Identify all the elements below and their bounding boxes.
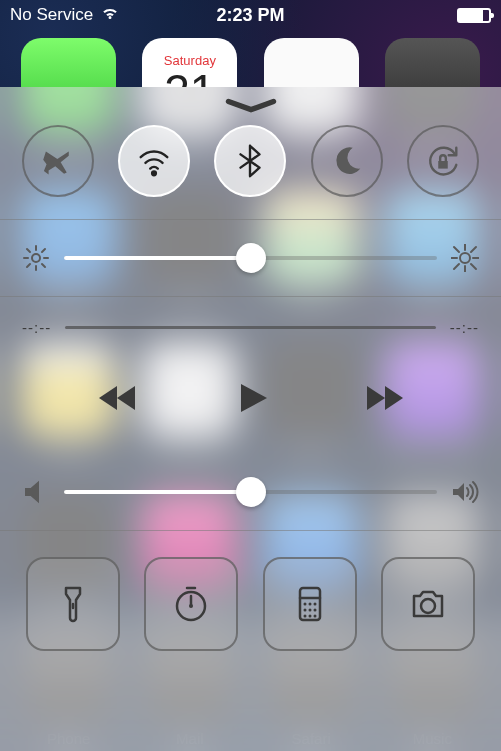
volume-slider[interactable] — [0, 454, 501, 530]
svg-marker-21 — [241, 384, 267, 412]
svg-point-37 — [303, 615, 306, 618]
grabber-icon[interactable] — [222, 97, 280, 115]
brightness-high-icon — [451, 244, 479, 272]
svg-line-18 — [471, 247, 476, 252]
flashlight-button[interactable] — [26, 557, 120, 651]
svg-line-6 — [27, 249, 30, 252]
svg-point-32 — [308, 603, 311, 606]
svg-line-7 — [42, 264, 45, 267]
elapsed-time: --:-- — [22, 319, 51, 336]
svg-marker-20 — [99, 386, 117, 410]
next-track-button[interactable] — [363, 376, 407, 420]
svg-point-1 — [32, 254, 40, 262]
svg-point-40 — [421, 599, 435, 613]
svg-line-17 — [454, 264, 459, 269]
svg-point-35 — [308, 609, 311, 612]
battery-icon — [457, 8, 491, 23]
airplane-mode-toggle[interactable] — [22, 125, 94, 197]
brightness-slider[interactable] — [0, 220, 501, 296]
playback-scrubber[interactable]: --:-- --:-- — [0, 297, 501, 342]
timer-button[interactable] — [144, 557, 238, 651]
svg-point-28 — [189, 604, 193, 608]
svg-point-31 — [303, 603, 306, 606]
svg-point-33 — [313, 603, 316, 606]
bluetooth-toggle[interactable] — [214, 125, 286, 197]
calculator-button[interactable] — [263, 557, 357, 651]
volume-low-icon — [22, 478, 50, 506]
rotation-lock-toggle[interactable] — [407, 125, 479, 197]
do-not-disturb-toggle[interactable] — [311, 125, 383, 197]
wifi-toggle[interactable] — [118, 125, 190, 197]
svg-point-34 — [303, 609, 306, 612]
svg-line-9 — [42, 249, 45, 252]
svg-line-16 — [471, 264, 476, 269]
svg-point-38 — [308, 615, 311, 618]
svg-marker-22 — [367, 386, 385, 410]
svg-point-39 — [313, 615, 316, 618]
svg-point-36 — [313, 609, 316, 612]
status-bar: No Service 2:23 PM — [0, 0, 501, 30]
svg-line-15 — [454, 247, 459, 252]
camera-button[interactable] — [381, 557, 475, 651]
remaining-time: --:-- — [450, 319, 479, 336]
volume-high-icon — [451, 478, 479, 506]
svg-point-10 — [460, 253, 470, 263]
svg-line-8 — [27, 264, 30, 267]
svg-marker-23 — [385, 386, 403, 410]
brightness-low-icon — [22, 244, 50, 272]
status-time: 2:23 PM — [0, 5, 501, 26]
previous-track-button[interactable] — [95, 376, 139, 420]
svg-point-0 — [152, 171, 156, 175]
svg-marker-19 — [117, 386, 135, 410]
play-button[interactable] — [229, 376, 273, 420]
control-center[interactable]: --:-- --:-- — [0, 87, 501, 751]
